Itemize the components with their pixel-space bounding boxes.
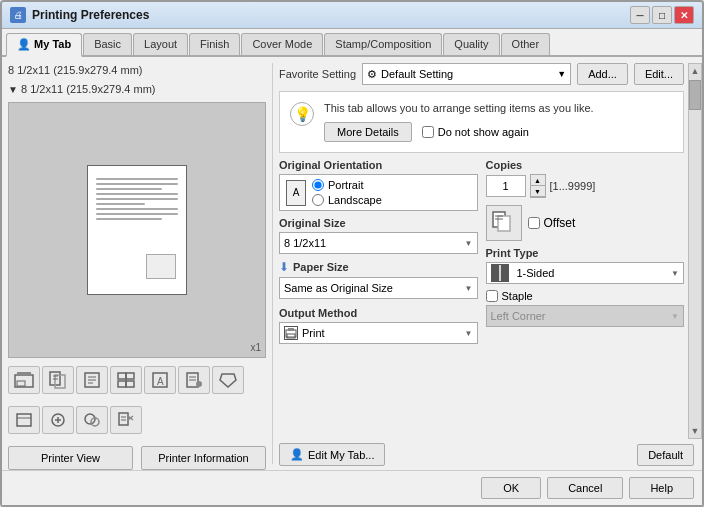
- svg-rect-29: [119, 413, 128, 425]
- tool-icon-8[interactable]: [8, 406, 40, 434]
- title-bar-left: 🖨 Printing Preferences: [10, 7, 149, 23]
- title-bar: 🖨 Printing Preferences ─ □ ✕: [2, 2, 702, 29]
- tool-icon-2[interactable]: [42, 366, 74, 394]
- scroll-down-arrow[interactable]: ▼: [689, 424, 702, 438]
- portrait-option[interactable]: Portrait: [312, 179, 382, 191]
- offset-checkbox[interactable]: [528, 217, 540, 229]
- print-type-select[interactable]: 1-Sided: [486, 262, 685, 284]
- left-panel: 8 1/2x11 (215.9x279.4 mm) ▼ 8 1/2x11 (21…: [2, 57, 272, 470]
- tool-icon-5[interactable]: A: [144, 366, 176, 394]
- orientation-group: Original Orientation A Portrait: [279, 159, 478, 211]
- page-line: [96, 213, 178, 215]
- ok-button[interactable]: OK: [481, 477, 541, 499]
- tab-basic[interactable]: Basic: [83, 33, 132, 55]
- portrait-radio[interactable]: [312, 179, 324, 191]
- copies-input[interactable]: [486, 175, 526, 197]
- printer-info-button[interactable]: Printer Information: [141, 446, 266, 470]
- paper-size-select[interactable]: Same as Original Size: [279, 277, 478, 299]
- page-content-lines: [96, 178, 178, 220]
- tab-finish[interactable]: Finish: [189, 33, 240, 55]
- paper-size-info-2: ▼ 8 1/2x11 (215.9x279.4 mm): [8, 82, 266, 97]
- output-method-select[interactable]: Print: [279, 322, 478, 344]
- lightbulb-icon: 💡: [290, 102, 314, 126]
- offset-row: Offset: [528, 216, 576, 230]
- tool-icon-4[interactable]: [110, 366, 142, 394]
- down-arrow-icon: ▼: [8, 84, 18, 95]
- paper-size-label: Paper Size: [293, 261, 349, 273]
- tool-icon-9[interactable]: [42, 406, 74, 434]
- tab-stamp-composition[interactable]: Stamp/Composition: [324, 33, 442, 55]
- tab-other[interactable]: Other: [501, 33, 551, 55]
- toolbar-icons: A: [8, 362, 266, 398]
- edit-button[interactable]: Edit...: [634, 63, 684, 85]
- scroll-thumb[interactable]: [689, 80, 701, 110]
- x1-badge: x1: [250, 342, 261, 353]
- do-not-show-checkbox[interactable]: [422, 126, 434, 138]
- tool-icon-3[interactable]: [76, 366, 108, 394]
- page-line: [96, 183, 178, 185]
- svg-rect-14: [126, 381, 134, 387]
- print-type-label: Print Type: [486, 247, 685, 259]
- staple-select: Left Corner: [486, 305, 685, 327]
- staple-group: Staple Left Corner: [486, 290, 685, 327]
- dialog-buttons: OK Cancel Help: [2, 470, 702, 505]
- help-button[interactable]: Help: [629, 477, 694, 499]
- tab-quality[interactable]: Quality: [443, 33, 499, 55]
- svg-rect-1: [17, 372, 31, 376]
- tool-icon-1[interactable]: [8, 366, 40, 394]
- bottom-buttons: Printer View Printer Information: [8, 446, 266, 470]
- favorite-setting-label: Favorite Setting: [279, 68, 356, 80]
- tool-icon-11[interactable]: [110, 406, 142, 434]
- page-line: [96, 193, 178, 195]
- page-box-element: [146, 254, 176, 279]
- tool-icon-6[interactable]: [178, 366, 210, 394]
- minimize-button[interactable]: ─: [630, 6, 650, 24]
- tool-icon-7[interactable]: [212, 366, 244, 394]
- orientation-radio-group: A Portrait: [279, 174, 478, 211]
- printer-view-button[interactable]: Printer View: [8, 446, 133, 470]
- paper-size-arrow-icon: ⬇: [279, 260, 289, 274]
- printing-preferences-window: 🖨 Printing Preferences ─ □ ✕ 👤 My Tab Ba…: [0, 0, 704, 507]
- copies-decrement[interactable]: ▼: [531, 186, 545, 197]
- edit-tab-icon: 👤: [290, 448, 304, 461]
- tab-my-tab[interactable]: 👤 My Tab: [6, 33, 82, 57]
- maximize-button[interactable]: □: [652, 6, 672, 24]
- tab-layout[interactable]: Layout: [133, 33, 188, 55]
- svg-point-20: [196, 381, 202, 387]
- scroll-up-arrow[interactable]: ▲: [689, 64, 702, 78]
- tool-icon-10[interactable]: [76, 406, 108, 434]
- edit-tab-row: 👤 Edit My Tab... Default: [279, 439, 702, 470]
- page-line: [96, 178, 178, 180]
- cancel-button[interactable]: Cancel: [547, 477, 623, 499]
- settings-right-column: Copies ▲ ▼ [1...9999]: [486, 159, 685, 439]
- favorite-setting-select[interactable]: ⚙ Default Setting ▼: [362, 63, 571, 85]
- landscape-option[interactable]: Landscape: [312, 194, 382, 206]
- title-controls: ─ □ ✕: [630, 6, 694, 24]
- orientation-portrait-icon: A: [286, 180, 306, 206]
- paper-size-row: ⬇ Paper Size: [279, 260, 478, 274]
- page-preview-area: x1: [8, 102, 266, 358]
- right-scrollbar[interactable]: ▲ ▼: [688, 63, 702, 439]
- page-preview: [87, 165, 187, 295]
- copies-increment[interactable]: ▲: [531, 175, 545, 186]
- original-size-group: Original Size 8 1/2x11: [279, 217, 478, 254]
- toolbar-icons-row2: [8, 402, 266, 438]
- original-size-select[interactable]: 8 1/2x11: [279, 232, 478, 254]
- settings-left-column: Original Orientation A Portrait: [279, 159, 478, 439]
- do-not-show-label[interactable]: Do not show again: [422, 126, 529, 138]
- my-tab-icon: 👤: [17, 38, 34, 50]
- add-button[interactable]: Add...: [577, 63, 628, 85]
- staple-checkbox[interactable]: [486, 290, 498, 302]
- printer-icon: 🖨: [10, 7, 26, 23]
- landscape-radio[interactable]: [312, 194, 324, 206]
- print-small-icon: [284, 326, 298, 340]
- page-line: [96, 188, 162, 190]
- svg-rect-22: [17, 414, 31, 426]
- more-details-button[interactable]: More Details: [324, 122, 412, 142]
- close-button[interactable]: ✕: [674, 6, 694, 24]
- staple-row: Staple: [486, 290, 685, 302]
- default-button[interactable]: Default: [637, 444, 694, 466]
- tab-cover-mode[interactable]: Cover Mode: [241, 33, 323, 55]
- svg-marker-21: [220, 374, 236, 387]
- edit-my-tab-button[interactable]: 👤 Edit My Tab...: [279, 443, 385, 466]
